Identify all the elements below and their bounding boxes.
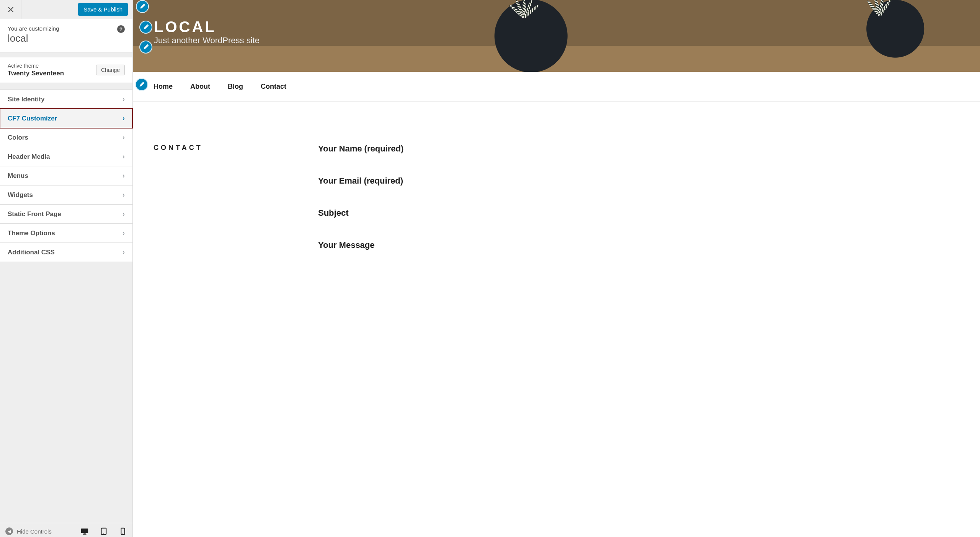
save-publish-button[interactable]: Save & Publish <box>78 3 128 16</box>
preview-tablet-button[interactable] <box>100 527 108 535</box>
chevron-right-icon: › <box>122 133 125 142</box>
panel-label: CF7 Customizer <box>8 115 57 122</box>
panel-label: Header Media <box>8 153 50 161</box>
device-preview-switcher <box>80 527 127 535</box>
pencil-icon <box>143 24 149 30</box>
active-theme-name: Twenty Seventeen <box>8 70 64 77</box>
edit-shortcut-tagline[interactable] <box>139 41 152 54</box>
panel-header-media[interactable]: Header Media› <box>0 147 132 166</box>
help-icon[interactable]: ? <box>117 25 125 33</box>
site-tagline: Just another WordPress site <box>154 36 260 46</box>
panel-label: Theme Options <box>8 229 55 237</box>
svg-rect-2 <box>81 529 88 533</box>
chevron-right-icon: › <box>122 114 125 122</box>
chevron-right-icon: › <box>122 95 125 103</box>
tablet-icon <box>100 527 108 535</box>
chevron-right-icon: › <box>122 248 125 256</box>
nav-link-contact[interactable]: Contact <box>261 83 286 91</box>
panel-menus[interactable]: Menus› <box>0 166 132 186</box>
edit-shortcut-header[interactable] <box>136 0 149 13</box>
edit-shortcut-title[interactable] <box>139 21 152 34</box>
customizer-panel-list: Site Identity›CF7 Customizer›Colors›Head… <box>0 90 132 262</box>
panel-widgets[interactable]: Widgets› <box>0 185 132 205</box>
panel-label: Menus <box>8 172 28 180</box>
panel-theme-options[interactable]: Theme Options› <box>0 223 132 243</box>
panel-label: Site Identity <box>8 96 44 103</box>
panel-site-identity[interactable]: Site Identity› <box>0 90 132 109</box>
primary-nav: HomeAboutBlogContact <box>133 72 980 102</box>
panel-label: Colors <box>8 134 28 142</box>
panel-cf7-customizer[interactable]: CF7 Customizer› <box>0 109 132 128</box>
active-theme-label: Active theme <box>8 63 64 69</box>
chevron-right-icon: › <box>122 172 125 180</box>
panel-label: Widgets <box>8 191 33 199</box>
svg-rect-3 <box>83 534 86 534</box>
customizer-sidebar: Save & Publish You are customizing local… <box>0 0 133 537</box>
site-branding: LOCAL Just another WordPress site <box>154 18 260 46</box>
desktop-icon <box>80 527 89 535</box>
svg-point-8 <box>122 533 123 534</box>
panel-static-front-page[interactable]: Static Front Page› <box>0 204 132 224</box>
sidebar-top-row: Save & Publish <box>0 0 132 19</box>
page-content: CONTACT Your Name (required)Your Email (… <box>133 102 980 288</box>
panel-colors[interactable]: Colors› <box>0 128 132 147</box>
nav-link-about[interactable]: About <box>190 83 210 91</box>
page-title: CONTACT <box>154 144 295 272</box>
chevron-right-icon: › <box>122 191 125 199</box>
site-header: LOCAL Just another WordPress site <box>133 0 980 72</box>
form-field-label: Your Name (required) <box>318 144 959 154</box>
pencil-icon <box>143 44 149 50</box>
hide-controls-label: Hide Controls <box>17 528 52 535</box>
hide-controls-button[interactable]: ◀ Hide Controls <box>5 527 52 535</box>
sidebar-bottom-bar: ◀ Hide Controls <box>0 523 132 537</box>
site-title[interactable]: LOCAL <box>154 18 260 36</box>
mobile-icon <box>119 527 127 535</box>
nav-link-blog[interactable]: Blog <box>228 83 243 91</box>
change-theme-button[interactable]: Change <box>96 65 125 75</box>
chevron-right-icon: › <box>122 210 125 218</box>
chevron-right-icon: › <box>122 153 125 161</box>
close-customizer-button[interactable] <box>0 0 21 19</box>
svg-rect-4 <box>83 534 86 534</box>
form-field-label: Your Email (required) <box>318 176 959 186</box>
panel-label: Additional CSS <box>8 249 55 256</box>
site-preview: LOCAL Just another WordPress site HomeAb… <box>133 0 980 537</box>
form-field-label: Your Message <box>318 240 959 250</box>
contact-form: Your Name (required)Your Email (required… <box>318 144 959 272</box>
nav-link-home[interactable]: Home <box>154 83 173 91</box>
panel-additional-css[interactable]: Additional CSS› <box>0 242 132 262</box>
active-theme-block: Active theme Twenty Seventeen Change <box>0 57 132 83</box>
svg-point-6 <box>103 533 104 534</box>
pencil-icon <box>139 3 145 10</box>
pencil-icon <box>139 81 145 88</box>
site-name: local <box>8 33 125 44</box>
customizing-label: You are customizing <box>8 25 125 32</box>
close-icon <box>7 6 14 13</box>
preview-desktop-button[interactable] <box>80 527 89 535</box>
edit-shortcut-nav[interactable] <box>135 78 148 91</box>
collapse-icon: ◀ <box>5 527 13 535</box>
chevron-right-icon: › <box>122 229 125 237</box>
customizing-info: You are customizing local ? <box>0 19 132 52</box>
panel-label: Static Front Page <box>8 210 61 218</box>
form-field-label: Subject <box>318 208 959 218</box>
preview-mobile-button[interactable] <box>119 527 127 535</box>
